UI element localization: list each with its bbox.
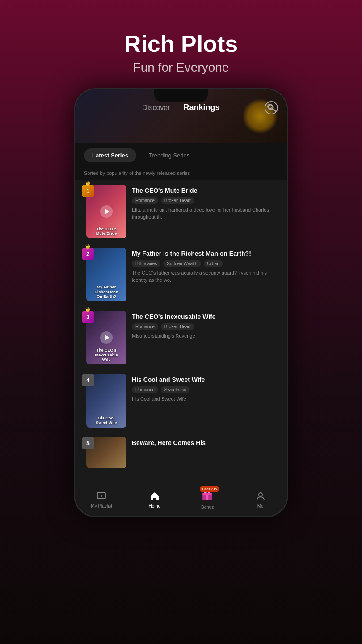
series-info-1: The CEO's Mute Bride Romance Broken Hear…	[126, 185, 280, 220]
rank-badge-3: 👑 3	[82, 311, 94, 323]
bonus-icon-wrapper: Check in	[202, 490, 213, 503]
tabs-row: Latest Series Trending Series	[75, 143, 287, 168]
series-desc-4: His Cool and Sweet Wife	[132, 396, 280, 402]
crown-2: 👑	[85, 244, 90, 249]
series-item-5[interactable]: 5 Beware, Here Comes His	[80, 432, 282, 473]
tags-row-3: Romance Broken Heart	[132, 323, 280, 330]
nav-label-me: Me	[257, 504, 264, 508]
playlist-icon	[96, 491, 107, 502]
tag-brokenheart-3[interactable]: Broken Heart	[161, 323, 194, 330]
phone-mockup: Discover Rankings Latest Series Trending…	[74, 88, 288, 517]
hero-title: Rich Plots	[124, 31, 238, 57]
header-nav: Discover Rankings	[75, 103, 287, 112]
hero-subtitle: Fun for Everyone	[124, 60, 238, 75]
series-title-2: My Father Is the Richest Man on Earth?!	[132, 250, 280, 258]
sort-label: Sorted by popularity of the newly releas…	[75, 168, 287, 180]
svg-line-1	[273, 109, 274, 110]
nav-item-me[interactable]: Me	[245, 491, 276, 508]
nav-label-bonus: Bonus	[201, 505, 214, 510]
nav-label-playlist: My Playlist	[91, 504, 112, 508]
crown-3: 👑	[85, 307, 90, 312]
tab-trending-series[interactable]: Trending Series	[141, 148, 198, 162]
nav-rankings[interactable]: Rankings	[184, 103, 220, 112]
play-button-3[interactable]	[100, 331, 113, 344]
home-icon	[149, 491, 160, 502]
series-title-5: Beware, Here Comes His	[132, 439, 280, 447]
tags-row-2: Billionaires Sudden Wealth Urban	[132, 260, 280, 267]
series-desc-3: Misunderstanding's Revenge	[132, 333, 280, 339]
series-info-5: Beware, Here Comes His	[126, 437, 280, 449]
rank-badge-1: 👑 1	[82, 185, 94, 197]
series-info-4: His Cool and Sweet Wife Romance Sweetnes…	[126, 374, 280, 403]
crown-1: 👑	[85, 181, 90, 186]
series-info-3: The CEO's Inexcusable Wife Romance Broke…	[126, 311, 280, 340]
series-title-4: His Cool and Sweet Wife	[132, 376, 280, 384]
svg-rect-8	[202, 493, 212, 495]
hero-section: Rich Plots Fun for Everyone	[124, 31, 238, 75]
series-item-2[interactable]: 👑 2 My FatherRichest ManOn Earth? My Fat…	[80, 243, 282, 306]
svg-marker-3	[101, 495, 103, 497]
nav-item-bonus[interactable]: Check in Bonus	[192, 490, 223, 510]
nav-label-home: Home	[148, 504, 160, 508]
series-desc-1: Ella, a mute girl, harbored a deep love …	[132, 207, 280, 220]
tags-row-4: Romance Sweetness	[132, 386, 280, 393]
nav-discover[interactable]: Discover	[142, 104, 170, 112]
thumb-label-3: The CEO'sInexcusableWife	[86, 348, 126, 362]
svg-rect-7	[206, 495, 208, 500]
series-info-2: My Father Is the Richest Man on Earth?! …	[126, 248, 280, 284]
nav-item-playlist[interactable]: My Playlist	[86, 491, 117, 508]
series-item-1[interactable]: 👑 1 The CEO'sMute Bride The CEO's Mute B…	[80, 180, 282, 243]
check-in-badge: Check in	[200, 486, 219, 492]
phone-screen: Discover Rankings Latest Series Trending…	[75, 89, 287, 516]
tag-brokenheart-1[interactable]: Broken Heart	[161, 197, 194, 204]
series-list: 👑 1 The CEO'sMute Bride The CEO's Mute B…	[75, 180, 287, 483]
search-icon	[268, 104, 275, 111]
series-item-3[interactable]: 👑 3 The CEO'sInexcusableWife The CEO's I…	[80, 306, 282, 369]
series-desc-2: The CEO's father was actually a security…	[132, 270, 280, 284]
series-item-4[interactable]: 4 His CoolSweet Wife His Cool and Sweet …	[80, 369, 282, 432]
thumb-label-4: His CoolSweet Wife	[86, 416, 126, 426]
thumb-label-2: My FatherRichest ManOn Earth?	[86, 285, 126, 299]
tags-row-1: Romance Broken Heart	[132, 197, 280, 204]
thumb-label-1: The CEO'sMute Bride	[86, 227, 126, 237]
rank-badge-2: 👑 2	[82, 248, 94, 260]
series-title-3: The CEO's Inexcusable Wife	[132, 313, 280, 321]
tag-romance-4[interactable]: Romance	[132, 386, 158, 393]
play-button-1[interactable]	[100, 205, 113, 218]
rank-badge-5: 5	[82, 437, 94, 449]
tag-billionaires[interactable]: Billionaires	[132, 260, 160, 267]
tag-urban[interactable]: Urban	[204, 260, 223, 267]
series-title-1: The CEO's Mute Bride	[132, 186, 280, 195]
tab-latest-series[interactable]: Latest Series	[84, 148, 136, 162]
tag-sweetness[interactable]: Sweetness	[161, 386, 190, 393]
rank-badge-4: 4	[82, 374, 94, 386]
tag-romance-1[interactable]: Romance	[132, 197, 158, 204]
tag-sudden-wealth[interactable]: Sudden Wealth	[163, 260, 201, 267]
search-button[interactable]	[265, 101, 278, 114]
tag-romance-3[interactable]: Romance	[132, 323, 158, 330]
phone-notch	[154, 89, 208, 102]
nav-item-home[interactable]: Home	[139, 491, 170, 508]
bottom-nav: My Playlist Home Check in	[75, 483, 287, 516]
play-triangle-icon	[105, 208, 109, 215]
play-triangle-icon-3	[105, 335, 109, 341]
svg-point-9	[259, 493, 262, 496]
user-icon	[255, 491, 266, 502]
